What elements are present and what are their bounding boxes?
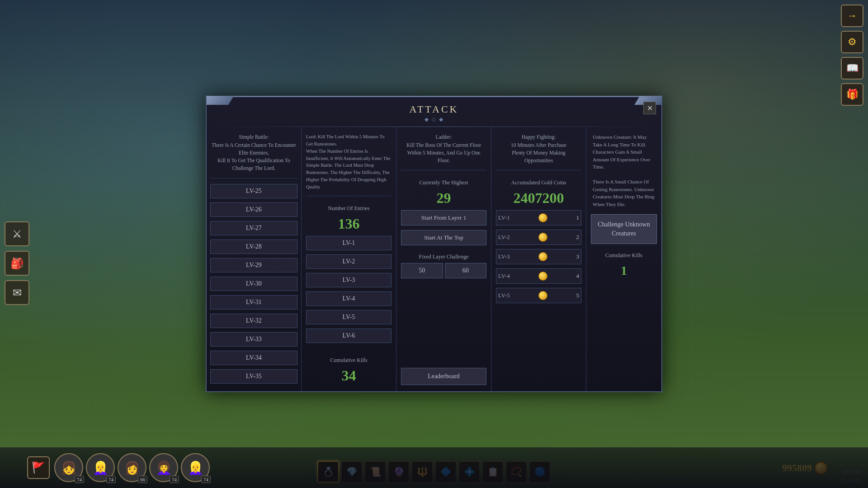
modal-body: Simple Battle:There Is A Certain Chance … [207, 127, 661, 391]
gold-level-1: LV-1 [498, 214, 510, 221]
leaderboard-button[interactable]: Leaderboard [401, 368, 486, 385]
fixed-layer-row: 50 60 [401, 263, 486, 278]
gold-description: Happy Fighting:10 Minutes After Purchase… [496, 133, 581, 164]
level-btn-29[interactable]: LV-29 [210, 258, 297, 272]
level-btn-33[interactable]: LV-33 [210, 332, 297, 347]
start-at-top-button[interactable]: Start At The Top [401, 230, 486, 245]
modal-close-button[interactable]: ✕ [643, 102, 656, 114]
gold-coin-icon-1 [538, 213, 547, 222]
gold-amount-4: 4 [576, 272, 580, 280]
gold-row-lv2: LV-2 2 [496, 230, 581, 245]
level-btn-26[interactable]: LV-26 [210, 202, 297, 217]
gold-level-4: LV-4 [498, 272, 510, 280]
gold-column: Happy Fighting:10 Minutes After Purchase… [491, 127, 586, 391]
col1-separator [210, 178, 297, 178]
entries-value: 136 [306, 216, 392, 232]
gold-amount-5: 5 [576, 292, 580, 299]
entry-lv5: LV-5 [306, 310, 392, 324]
level-btn-32[interactable]: LV-32 [210, 314, 297, 328]
lord-column: Lord: Kill The Lord Within 5 Minutes To … [302, 127, 396, 391]
gold-row-lv1: LV-1 1 [496, 210, 581, 225]
fixed-layer-60[interactable]: 60 [445, 263, 487, 278]
level-btn-34[interactable]: LV-34 [210, 351, 297, 365]
col2-kills-value: 34 [306, 367, 392, 384]
simple-battle-description: Simple Battle:There Is A Certain Chance … [210, 133, 297, 172]
entry-lv6: LV-6 [306, 328, 392, 343]
gold-value: 2407200 [496, 190, 581, 206]
gold-amount-2: 2 [576, 234, 580, 241]
fixed-layer-label: Fixed Layer Challenge [401, 253, 486, 260]
gold-coin-icon-5 [538, 291, 547, 300]
gold-level-3: LV-3 [498, 253, 510, 260]
gold-coin-icon-3 [538, 252, 547, 261]
challenge-kills-label: Cumulative Kills [591, 252, 657, 259]
modal-header: ATTACK ◆ ◇ ◆ ✕ [207, 97, 661, 127]
gold-coin-icon-4 [538, 272, 547, 281]
gold-amount-3: 3 [576, 253, 580, 260]
start-from-layer-button[interactable]: Start From Layer 1 [401, 210, 486, 225]
entry-lv3: LV-3 [306, 273, 392, 287]
ladder-description: Ladder:Kill The Boss Of The Current Floo… [401, 133, 486, 164]
col2-kills-label: Cumulative Kills [306, 357, 392, 364]
modal-overlay: ATTACK ◆ ◇ ◆ ✕ Simple Battle:There Is A … [0, 0, 868, 488]
entries-label: Number Of Entries [306, 205, 392, 212]
entry-lv1: LV-1 [306, 236, 392, 250]
entry-lv2: LV-2 [306, 254, 392, 269]
gold-row-lv4: LV-4 4 [496, 268, 581, 284]
level-btn-35[interactable]: LV-35 [210, 369, 297, 384]
col2-separator [306, 196, 392, 196]
lord-description: Lord: Kill The Lord Within 5 Minutes To … [306, 133, 392, 190]
fixed-layer-50[interactable]: 50 [401, 263, 443, 278]
gold-amount-1: 1 [576, 214, 580, 221]
gold-label: Accumulated Gold Coins [496, 179, 581, 186]
gold-coin-icon-2 [538, 233, 547, 242]
level-btn-30[interactable]: LV-30 [210, 277, 297, 291]
highest-label: Currently The Highest [401, 179, 486, 186]
modal-title: ATTACK [207, 103, 661, 115]
col3-separator [401, 170, 486, 170]
attack-modal: ATTACK ◆ ◇ ◆ ✕ Simple Battle:There Is A … [206, 96, 662, 392]
gold-level-2: LV-2 [498, 234, 510, 241]
level-btn-28[interactable]: LV-28 [210, 239, 297, 254]
gold-row-lv3: LV-3 3 [496, 249, 581, 264]
ladder-column: Ladder:Kill The Boss Of The Current Floo… [396, 127, 491, 391]
modal-title-deco: ◆ ◇ ◆ [207, 116, 661, 123]
challenge-column: Unknown Creature: It May Take A Long Tim… [586, 127, 661, 391]
level-btn-31[interactable]: LV-31 [210, 295, 297, 310]
gold-level-5: LV-5 [498, 292, 510, 299]
col4-separator [496, 170, 581, 170]
entry-lv4: LV-4 [306, 291, 392, 306]
highest-value: 29 [401, 190, 486, 206]
challenge-description: Unknown Creature: It May Take A Long Tim… [591, 133, 657, 208]
gold-row-lv5: LV-5 5 [496, 288, 581, 303]
levels-column: Simple Battle:There Is A Certain Chance … [207, 127, 302, 391]
level-btn-27[interactable]: LV-27 [210, 221, 297, 235]
challenge-kills-value: 1 [591, 263, 657, 278]
challenge-unknown-creatures-button[interactable]: Challenge UnknownCreatures [591, 214, 657, 244]
level-btn-25[interactable]: LV-25 [210, 184, 297, 198]
